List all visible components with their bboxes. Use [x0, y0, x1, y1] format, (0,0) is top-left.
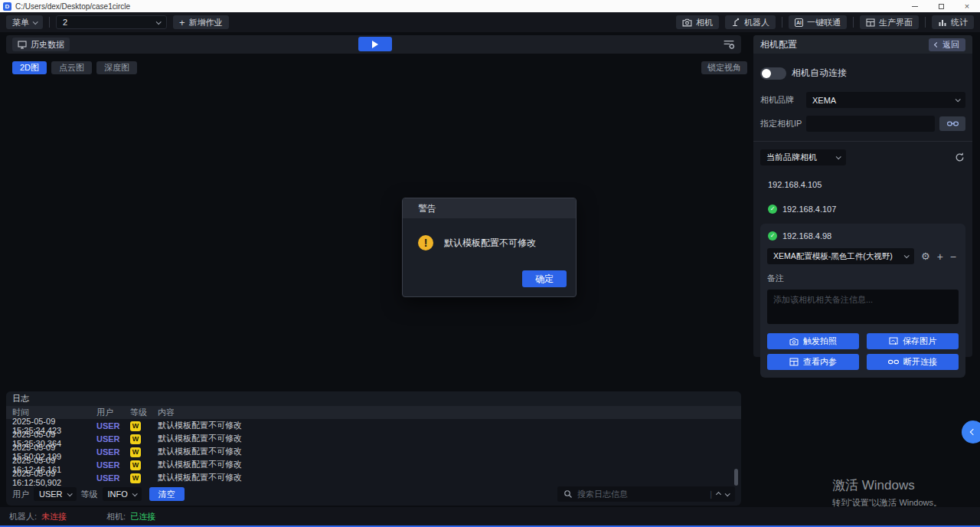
robot-status-value: 未连接: [41, 511, 67, 522]
intrinsics-icon: [789, 358, 799, 366]
view-tabs: 2D图 点云图 深度图: [12, 61, 137, 74]
expand-panel-handle[interactable]: [962, 421, 980, 444]
camera-icon: [682, 18, 692, 27]
tab-point-cloud[interactable]: 点云图: [51, 61, 92, 74]
dialog-message: 默认模板配置不可修改: [444, 237, 536, 250]
log-filter-bar: 用户 USER 等级 INFO 清空 |: [6, 485, 741, 503]
lock-view-button[interactable]: 锁定视角: [701, 61, 747, 74]
log-row[interactable]: 2025-05-09 16:12:46,161 USER W 默认模板配置不可修…: [6, 458, 741, 471]
main-toolbar: 菜单 2 + 新增作业 相机 机器人 AI 一键联通: [0, 12, 980, 32]
warning-icon: !: [418, 235, 433, 250]
search-icon: [564, 489, 573, 499]
toolbar-divider: [49, 17, 50, 28]
viewer-header: 历史数据: [6, 35, 741, 54]
production-icon: [866, 18, 875, 27]
menu-button[interactable]: 菜单: [6, 15, 43, 29]
section-divider: [753, 141, 972, 142]
toolbar-divider: [782, 17, 782, 28]
log-row[interactable]: 2025-05-09 15:25:24,423 USER W 默认模板配置不可修…: [6, 419, 741, 432]
camera-panel-title: 相机配置: [760, 38, 797, 51]
toolbar-divider: [853, 17, 854, 28]
disconnect-icon: [888, 358, 899, 365]
one-key-connect-button[interactable]: AI 一键联通: [789, 15, 847, 29]
search-next-icon[interactable]: [725, 491, 730, 496]
camera-list-item[interactable]: 192.168.4.105: [760, 178, 965, 190]
clear-log-button[interactable]: 清空: [149, 487, 185, 501]
stats-icon: [938, 18, 947, 27]
chevron-down-icon: [132, 491, 138, 496]
statistics-button[interactable]: 统计: [932, 15, 974, 29]
warning-level-badge: W: [130, 460, 141, 470]
ip-label: 指定相机IP: [760, 118, 806, 129]
log-row[interactable]: 2025-05-09 15:50:02,199 USER W 默认模板配置不可修…: [6, 445, 741, 458]
search-divider: |: [710, 489, 712, 499]
maximize-icon: [939, 4, 944, 9]
chevron-down-icon: [67, 491, 72, 496]
log-search-box[interactable]: |: [557, 486, 735, 502]
history-data-icon: [18, 41, 27, 49]
capture-icon: [789, 338, 799, 345]
trigger-capture-button[interactable]: 触发拍照: [767, 333, 859, 349]
log-row[interactable]: 2025-05-09 16:12:50,902 USER W 默认模板配置不可修…: [6, 471, 741, 484]
chevron-down-icon: [33, 19, 38, 25]
user-filter-select[interactable]: USER: [34, 487, 77, 501]
filter-settings-icon[interactable]: [723, 39, 735, 50]
disconnect-button[interactable]: 断开连接: [867, 354, 959, 370]
history-data-button[interactable]: 历史数据: [12, 38, 70, 51]
camera-list-item[interactable]: ✓ 192.168.4.98: [767, 230, 959, 241]
app-icon: D: [3, 2, 11, 11]
template-select[interactable]: XEMA配置模板-黑色工件(大视野): [767, 248, 914, 264]
tab-depth-map[interactable]: 深度图: [96, 61, 137, 74]
link-icon: [947, 120, 959, 127]
job-selector[interactable]: 2: [56, 15, 167, 29]
camera-filter-select[interactable]: 当前品牌相机: [760, 149, 846, 165]
warning-dialog: 警告 ! 默认模板配置不可修改 确定: [402, 198, 577, 297]
warning-level-badge: W: [130, 434, 141, 444]
remove-template-icon[interactable]: −: [950, 251, 956, 262]
production-view-button[interactable]: 生产界面: [860, 15, 919, 29]
tab-2d-image[interactable]: 2D图: [12, 61, 47, 74]
warning-level-badge: W: [130, 473, 141, 483]
minimize-button[interactable]: [902, 0, 928, 12]
refresh-icon[interactable]: [954, 152, 965, 163]
warning-level-badge: W: [130, 421, 141, 431]
brand-select[interactable]: XEMA: [806, 92, 965, 108]
robot-button[interactable]: 机器人: [725, 15, 776, 29]
play-button[interactable]: [358, 37, 392, 51]
plus-icon: +: [179, 18, 185, 28]
camera-list-item[interactable]: ✓ 192.168.4.107: [760, 203, 965, 214]
log-row[interactable]: 2025-05-09 15:25:30,364 USER W 默认模板配置不可修…: [6, 432, 741, 445]
add-template-icon[interactable]: +: [937, 251, 943, 262]
user-filter-label: 用户: [12, 489, 29, 500]
log-search-input[interactable]: [577, 489, 705, 499]
level-filter-label: 等级: [81, 489, 98, 500]
view-intrinsics-button[interactable]: 查看内参: [767, 354, 859, 370]
search-prev-icon[interactable]: [716, 491, 721, 496]
robot-icon: [731, 18, 740, 27]
template-settings-icon[interactable]: ⚙: [921, 251, 930, 261]
remark-textarea[interactable]: [767, 290, 959, 324]
column-content: 内容: [158, 407, 741, 418]
chevron-down-icon: [904, 253, 910, 258]
camera-button[interactable]: 相机: [676, 15, 719, 29]
connected-check-icon: ✓: [768, 205, 777, 214]
robot-status-label: 机器人:: [9, 511, 37, 522]
selected-camera-card: ✓ 192.168.4.98 XEMA配置模板-黑色工件(大视野) ⚙ + − …: [760, 224, 965, 378]
camera-ip-input[interactable]: [806, 116, 935, 132]
auto-connect-toggle[interactable]: [760, 67, 786, 80]
toggle-knob: [762, 69, 771, 78]
dialog-ok-button[interactable]: 确定: [522, 270, 567, 287]
toolbar-divider: [925, 17, 926, 28]
brand-label: 相机品牌: [760, 94, 806, 106]
level-filter-select[interactable]: INFO: [103, 487, 142, 501]
column-level: 等级: [130, 407, 158, 418]
log-column-headers: 时间 用户 等级 内容: [6, 406, 741, 419]
close-button[interactable]: ×: [954, 0, 980, 12]
maximize-button[interactable]: [928, 0, 954, 12]
back-button[interactable]: 返回: [929, 38, 965, 51]
save-image-button[interactable]: 保存图片: [867, 333, 959, 349]
new-job-button[interactable]: + 新增作业: [173, 15, 229, 29]
connect-ip-button[interactable]: [939, 116, 965, 131]
column-user: 用户: [96, 407, 130, 418]
log-scrollbar[interactable]: [734, 469, 738, 486]
